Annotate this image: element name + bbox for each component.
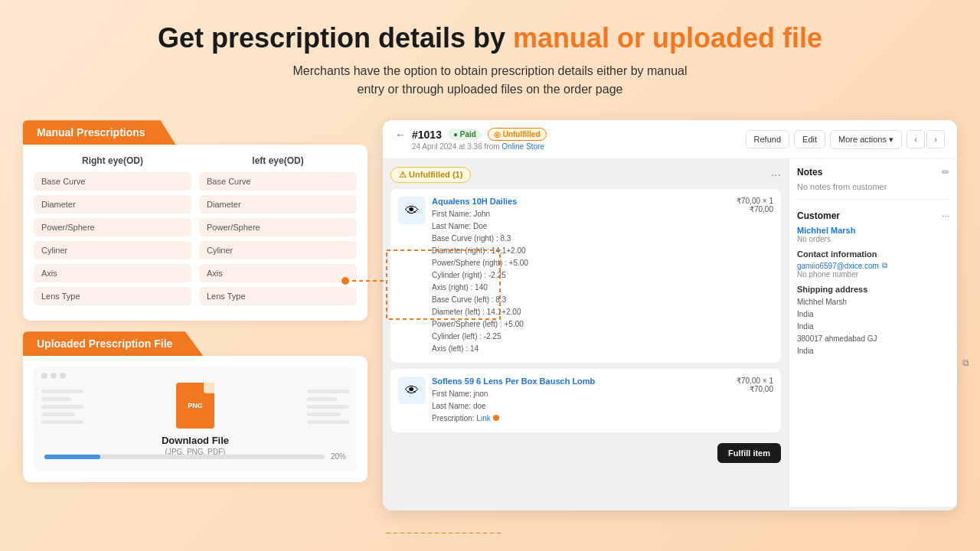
order-main: ⚠ Unfulfilled (1) ··· 👁 Aqualens 10H Dai… (383, 159, 789, 507)
product-price-1: ₹70,00 × 1 ₹70,00 (737, 197, 773, 214)
customer-title: Customer (797, 210, 840, 221)
manual-prescriptions-section: Manual Prescriptions Right eye(OD) Base … (23, 120, 368, 321)
back-arrow-icon[interactable]: ← (395, 129, 406, 141)
field-base-curve-left: Base Curve (199, 172, 357, 191)
panels-wrapper: Manual Prescriptions Right eye(OD) Base … (0, 120, 980, 510)
product-fields-1: First Name: John Last Name: Doe Base Cur… (432, 208, 730, 355)
order-header-left: ← #1013 ● Paid ◎ Unfulfilled 24 April 20… (395, 128, 547, 151)
manual-badge: Manual Prescriptions (23, 120, 176, 145)
shipping-section: Shipping address Michhel Marsh India Ind… (797, 285, 949, 357)
upload-box: PNG Downlaod File (JPG, PNG, PDF) (23, 356, 368, 482)
field-power-right: Power/Sphere (34, 218, 191, 236)
badge-unfulfilled: ◎ Unfulfilled (488, 128, 547, 141)
left-eye-column: left eye(OD) Base Curve Diameter Power/S… (199, 155, 357, 310)
edit-button[interactable]: Edit (794, 130, 825, 148)
product-card-2: 👁 Soflens 59 6 Lens Per Box Bausch Lomb … (390, 369, 781, 432)
dot1 (41, 373, 47, 379)
product-name-2[interactable]: Soflens 59 6 Lens Per Box Bausch Lomb (432, 377, 730, 386)
order-sidebar: Notes ✏ No notes from customer Customer … (789, 159, 957, 507)
nav-prev-button[interactable]: ‹ (906, 130, 925, 148)
shipping-address: Michhel Marsh India India 380017 ahmedab… (797, 296, 949, 357)
left-panel: Manual Prescriptions Right eye(OD) Base … (23, 120, 368, 510)
unfulfilled-dots[interactable]: ··· (771, 168, 781, 182)
copy-email-icon[interactable]: ⧉ (882, 261, 887, 270)
product-image-1: 👁 (398, 197, 426, 224)
notes-title: Notes (797, 167, 822, 178)
field-cyliner-left: Cyliner (199, 241, 357, 259)
customer-orders: No orders (797, 235, 949, 243)
progress-bar-fill (44, 455, 100, 459)
order-actions: Refund Edit More actions ▾ ‹ › (746, 130, 945, 149)
online-store-link[interactable]: Online Store (501, 142, 544, 151)
field-power-left: Power/Sphere (199, 218, 357, 236)
progress-area: 20% (44, 452, 346, 461)
product-details-1: Aqualens 10H Dailies First Name: John La… (432, 197, 730, 355)
progress-text: 20% (331, 452, 346, 461)
field-lens-left: Lens Type (199, 287, 357, 305)
more-actions-button[interactable]: More actions ▾ (830, 130, 902, 149)
product-price-2: ₹70,00 × 1 ₹70,00 (737, 377, 773, 393)
right-panel: ← #1013 ● Paid ◎ Unfulfilled 24 April 20… (383, 120, 957, 510)
chevron-down-icon: ▾ (889, 135, 893, 145)
contact-email: gamiio6597@dxice.com ⧉ (797, 261, 949, 270)
unfulfilled-header: ⚠ Unfulfilled (1) ··· (390, 167, 781, 183)
deco-lines-left (41, 390, 83, 424)
field-diameter-left: Diameter (199, 195, 357, 214)
product-image-2: 👁 (398, 377, 426, 404)
deco-lines-right (307, 390, 349, 424)
shipping-label: Shipping address (797, 285, 949, 294)
unfulfilled-badge: ⚠ Unfulfilled (1) (390, 167, 471, 183)
field-lens-right: Lens Type (34, 287, 191, 305)
product-row-1: 👁 Aqualens 10H Dailies First Name: John … (398, 197, 773, 355)
notes-section: Notes ✏ No notes from customer (797, 167, 949, 200)
customer-header: Customer ··· (797, 210, 949, 221)
window-dots (41, 373, 66, 379)
prescription-link[interactable]: Link (476, 414, 490, 422)
upload-section: Uploaded Prescription File (23, 331, 368, 482)
customer-name[interactable]: Michhel Marsh (797, 226, 949, 235)
link-dot (493, 415, 499, 421)
download-title: Downlaod File (162, 435, 229, 446)
fulfill-button[interactable]: Fulfill item (717, 443, 781, 463)
order-header: ← #1013 ● Paid ◎ Unfulfilled 24 April 20… (383, 120, 957, 159)
upload-badge: Uploaded Prescription File (23, 331, 203, 356)
right-eye-column: Right eye(OD) Base Curve Diameter Power/… (34, 155, 191, 310)
order-panel: ← #1013 ● Paid ◎ Unfulfilled 24 April 20… (383, 120, 957, 510)
product-details-2: Soflens 59 6 Lens Per Box Bausch Lomb Fi… (432, 377, 730, 425)
upload-inner: PNG Downlaod File (JPG, PNG, PDF) (34, 367, 357, 471)
field-axis-left: Axis (199, 264, 357, 282)
order-id: #1013 (412, 129, 442, 141)
field-axis-right: Axis (34, 264, 191, 282)
dot2 (51, 373, 57, 379)
notes-header: Notes ✏ (797, 167, 949, 178)
product-fields-2: First Name: jnon Last Name: doe Prescrip… (432, 388, 730, 425)
product-name-1[interactable]: Aqualens 10H Dailies (432, 197, 730, 206)
order-body: ⚠ Unfulfilled (1) ··· 👁 Aqualens 10H Dai… (383, 159, 957, 507)
hero-title: Get prescription details by manual or up… (46, 21, 934, 54)
contact-label: Contact information (797, 249, 949, 259)
manual-prescriptions-box: Right eye(OD) Base Curve Diameter Power/… (23, 145, 368, 321)
nav-arrows: ‹ › (906, 130, 945, 148)
dot3 (60, 373, 66, 379)
field-base-curve-right: Base Curve (34, 172, 191, 191)
contact-info: Contact information gamiio6597@dxice.com… (797, 249, 949, 279)
refund-button[interactable]: Refund (746, 130, 789, 148)
file-icon: PNG (176, 383, 214, 429)
badge-paid: ● Paid (448, 129, 482, 140)
notes-text: No notes from customer (797, 182, 949, 191)
contact-phone: No phone number (797, 270, 949, 279)
eye-columns: Right eye(OD) Base Curve Diameter Power/… (34, 155, 357, 310)
hero-subtitle: Merchants have the option to obtain pres… (46, 62, 934, 99)
progress-bar-bg (44, 455, 325, 459)
notes-edit-icon[interactable]: ✏ (942, 167, 949, 178)
field-cyliner-right: Cyliner (34, 241, 191, 259)
customer-section: Customer ··· Michhel Marsh No orders Con… (797, 210, 949, 365)
product-row-2: 👁 Soflens 59 6 Lens Per Box Bausch Lomb … (398, 377, 773, 425)
order-title-row: ← #1013 ● Paid ◎ Unfulfilled (395, 128, 547, 141)
product-card-1: 👁 Aqualens 10H Dailies First Name: John … (390, 189, 781, 363)
nav-next-button[interactable]: › (926, 130, 945, 148)
customer-dots-icon[interactable]: ··· (942, 210, 949, 221)
field-diameter-right: Diameter (34, 195, 191, 214)
order-date: 24 April 2024 at 3.36 from Online Store (395, 142, 547, 151)
hero-section: Get prescription details by manual or up… (0, 0, 980, 112)
